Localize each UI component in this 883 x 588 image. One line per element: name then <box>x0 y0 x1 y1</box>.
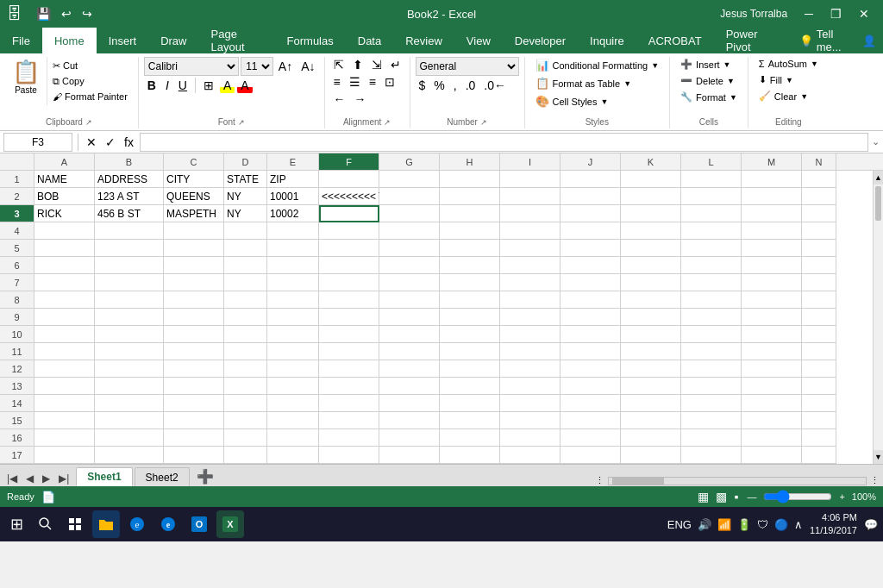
cell-A5[interactable] <box>34 240 95 257</box>
col-header-c[interactable]: C <box>164 153 224 170</box>
cell-G12[interactable] <box>379 360 440 378</box>
page-break-view-button[interactable]: ▪ <box>732 488 740 505</box>
cell-E8[interactable] <box>267 291 319 309</box>
cell-C8[interactable] <box>164 291 224 309</box>
cell-K7[interactable] <box>621 274 681 291</box>
battery-tray-icon[interactable]: 🔋 <box>736 516 753 533</box>
cell-E6[interactable] <box>267 257 319 274</box>
outlook-icon[interactable]: O <box>185 510 213 538</box>
cell-H8[interactable] <box>440 291 500 309</box>
scroll-down-button[interactable]: ▼ <box>874 450 883 464</box>
cell-A8[interactable] <box>34 291 95 309</box>
cell-K2[interactable] <box>621 188 681 205</box>
undo-button[interactable]: ↩ <box>58 5 75 22</box>
first-sheet-button[interactable]: |◀ <box>3 471 21 486</box>
cell-B15[interactable] <box>95 412 164 429</box>
number-format-select[interactable]: General <box>416 57 519 76</box>
col-header-b[interactable]: B <box>95 153 164 170</box>
cell-N17[interactable] <box>802 447 836 464</box>
col-header-j[interactable]: J <box>560 153 621 170</box>
cell-L11[interactable] <box>681 343 742 360</box>
cell-I10[interactable] <box>500 326 560 343</box>
cell-D17[interactable] <box>224 447 267 464</box>
cell-C6[interactable] <box>164 257 224 274</box>
cell-C10[interactable] <box>164 326 224 343</box>
cell-J16[interactable] <box>560 429 621 447</box>
cell-C14[interactable] <box>164 395 224 412</box>
row-num-11[interactable]: 11 <box>0 343 34 360</box>
tab-formulas[interactable]: Formulas <box>275 28 346 53</box>
row-num-5[interactable]: 5 <box>0 240 34 257</box>
cell-E17[interactable] <box>267 447 319 464</box>
cell-B14[interactable] <box>95 395 164 412</box>
cell-A7[interactable] <box>34 274 95 291</box>
cell-G8[interactable] <box>379 291 440 309</box>
row-num-17[interactable]: 17 <box>0 447 34 464</box>
cell-D8[interactable] <box>224 291 267 309</box>
cell-A6[interactable] <box>34 257 95 274</box>
col-header-h[interactable]: H <box>440 153 500 170</box>
align-left-button[interactable]: ≡ <box>330 74 344 90</box>
sheet-tab-sheet1[interactable]: Sheet1 <box>76 467 132 486</box>
cell-N16[interactable] <box>802 429 836 447</box>
cell-B3[interactable]: 456 B ST <box>95 205 164 222</box>
cell-D1[interactable]: STATE <box>224 171 267 188</box>
cell-B6[interactable] <box>95 257 164 274</box>
cell-B16[interactable] <box>95 429 164 447</box>
cell-I12[interactable] <box>500 360 560 378</box>
save-button[interactable]: 💾 <box>33 5 54 22</box>
cell-H16[interactable] <box>440 429 500 447</box>
wrap-text-button[interactable]: ↵ <box>387 57 404 72</box>
corner-cell[interactable] <box>0 153 34 170</box>
cell-C7[interactable] <box>164 274 224 291</box>
tab-insert[interactable]: Insert <box>97 28 149 53</box>
cell-N14[interactable] <box>802 395 836 412</box>
cell-A9[interactable] <box>34 309 95 326</box>
cell-L13[interactable] <box>681 378 742 395</box>
cell-I14[interactable] <box>500 395 560 412</box>
name-box[interactable] <box>3 133 72 152</box>
cell-H13[interactable] <box>440 378 500 395</box>
cell-B10[interactable] <box>95 326 164 343</box>
cell-G2[interactable] <box>379 188 440 205</box>
cell-N1[interactable] <box>802 171 836 188</box>
edge-icon[interactable]: e <box>154 510 182 538</box>
cell-J17[interactable] <box>560 447 621 464</box>
cell-G5[interactable] <box>379 240 440 257</box>
cell-K3[interactable] <box>621 205 681 222</box>
cell-C3[interactable]: MASPETH <box>164 205 224 222</box>
next-sheet-button[interactable]: ▶ <box>39 471 53 486</box>
time-block[interactable]: 4:06 PM 11/19/2017 <box>810 511 857 538</box>
cell-F2[interactable]: <<<<<<<<< THIS IS THE TABLE WHERE BOB AN… <box>319 188 379 205</box>
zoom-slider[interactable] <box>763 490 832 504</box>
cell-K14[interactable] <box>621 395 681 412</box>
cell-D15[interactable] <box>224 412 267 429</box>
col-header-g[interactable]: G <box>379 153 440 170</box>
cell-G15[interactable] <box>379 412 440 429</box>
page-layout-view-button[interactable]: ▩ <box>714 488 729 505</box>
normal-view-button[interactable]: ▦ <box>696 488 711 505</box>
excel-taskbar-icon[interactable]: X <box>216 510 244 538</box>
cell-H17[interactable] <box>440 447 500 464</box>
cell-A12[interactable] <box>34 360 95 378</box>
cell-G6[interactable] <box>379 257 440 274</box>
cell-F6[interactable] <box>319 257 379 274</box>
cell-J14[interactable] <box>560 395 621 412</box>
cell-L4[interactable] <box>681 222 742 240</box>
insert-cells-button[interactable]: ➕ Insert ▼ <box>675 57 742 72</box>
cell-D5[interactable] <box>224 240 267 257</box>
cell-M9[interactable] <box>742 309 802 326</box>
cell-C4[interactable] <box>164 222 224 240</box>
cell-A11[interactable] <box>34 343 95 360</box>
cell-D6[interactable] <box>224 257 267 274</box>
row-num-12[interactable]: 12 <box>0 360 34 378</box>
cell-L15[interactable] <box>681 412 742 429</box>
cell-K17[interactable] <box>621 447 681 464</box>
font-name-select[interactable]: Calibri <box>144 57 239 76</box>
cell-I13[interactable] <box>500 378 560 395</box>
cell-A10[interactable] <box>34 326 95 343</box>
row-num-16[interactable]: 16 <box>0 429 34 447</box>
cell-H10[interactable] <box>440 326 500 343</box>
horizontal-scrollbar[interactable] <box>608 477 867 485</box>
cell-D10[interactable] <box>224 326 267 343</box>
